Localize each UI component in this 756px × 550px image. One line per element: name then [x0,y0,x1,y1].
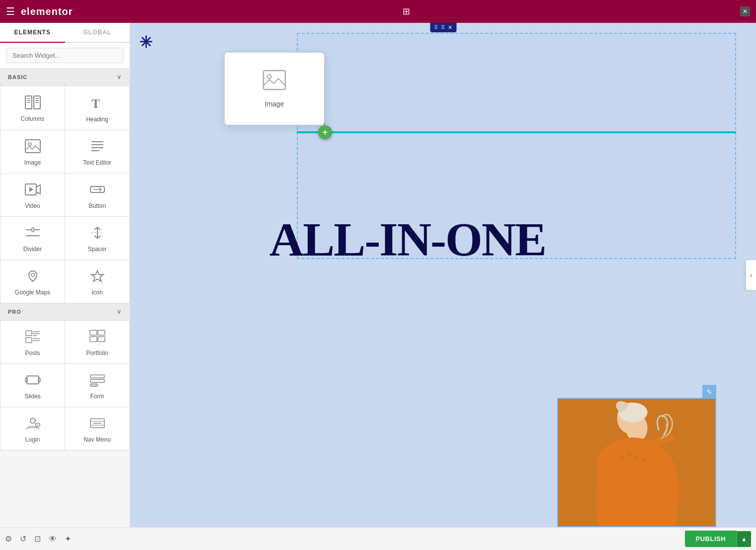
widget-icon[interactable]: Icon [65,260,129,303]
widget-video[interactable]: Video [0,174,65,216]
posts-icon [25,330,41,346]
widget-slides[interactable]: Slides [0,364,65,407]
drag-move-icon: ⠿ [441,24,445,31]
widget-portfolio[interactable]: Portfolio [65,321,129,364]
svg-rect-37 [98,337,105,342]
svg-rect-20 [32,228,34,232]
image-widget-label: Image [265,100,284,108]
svg-rect-34 [90,330,97,335]
widget-posts[interactable]: Posts [0,321,65,364]
svg-rect-38 [27,376,39,384]
widget-form-label: Form [90,393,104,400]
main-layout: ELEMENTS GLOBAL BASIC ∨ [0,23,756,527]
widget-image[interactable]: Image [0,130,65,173]
preview-icon[interactable]: 👁 [49,535,57,544]
widget-button[interactable]: Button [65,174,129,216]
svg-rect-27 [26,331,32,336]
image-icon [25,139,41,155]
chevron-down-icon-pro: ∨ [117,308,122,315]
hamburger-icon[interactable]: ☰ [6,5,15,17]
svg-marker-26 [91,271,103,281]
chevron-left-icon: ‹ [750,271,753,279]
widget-posts-label: Posts [25,350,40,357]
divider-icon [25,226,41,242]
left-panel: ELEMENTS GLOBAL BASIC ∨ [0,23,130,527]
responsive-icon[interactable]: ⊡ [34,534,41,544]
columns-icon [25,95,41,111]
widget-icon-label: Icon [91,289,103,296]
drag-close-icon[interactable]: ✕ [448,24,452,31]
save-options-icon[interactable]: ✦ [65,534,71,544]
svg-marker-16 [29,187,33,192]
svg-point-57 [620,456,623,459]
widget-columns[interactable]: Columns [0,86,65,130]
product-image [557,398,716,527]
image-edit-badge[interactable]: ✎ [702,385,716,399]
apps-icon[interactable]: ⊞ [403,6,410,17]
widget-nav-menu-label: Nav Menu [84,436,111,443]
image-drag-widget: Image [225,53,324,125]
svg-rect-51 [263,71,285,90]
widget-divider[interactable]: Divider [0,217,65,260]
search-bar [0,43,130,69]
svg-rect-35 [98,330,105,335]
svg-rect-9 [25,140,40,153]
basic-widgets-grid: Columns T Heading Image [0,86,130,303]
svg-point-58 [628,453,631,457]
panel-tabs: ELEMENTS GLOBAL [0,23,130,43]
publish-button[interactable]: PUBLISH [685,531,737,547]
svg-point-25 [31,274,34,276]
tab-global[interactable]: GLOBAL [65,23,130,42]
svg-point-10 [28,143,31,146]
nav-menu-icon [89,416,105,432]
bottom-bar: ⚙ ↺ ⊡ 👁 ✦ PUBLISH ▲ [0,527,756,550]
widget-login[interactable]: Login [0,407,65,450]
section-pro-header[interactable]: PRO ∨ [0,303,130,320]
widget-google-maps-label: Google Maps [15,289,50,296]
widget-login-label: Login [25,436,40,443]
elementor-logo: elementor [21,6,73,17]
svg-point-60 [643,458,646,462]
asterisk-decoration: ✳ [139,33,153,52]
chevron-down-icon: ∨ [117,74,122,81]
publish-arrow-button[interactable]: ▲ [737,531,751,547]
widget-text-editor-label: Text Editor [83,159,111,166]
svg-rect-36 [90,337,97,342]
svg-rect-41 [90,375,104,378]
widget-heading[interactable]: T Heading [65,86,129,130]
widget-form[interactable]: Form [65,364,129,407]
history-icon[interactable]: ↺ [20,534,26,544]
spacer-icon [89,226,105,242]
search-input[interactable] [6,48,124,63]
login-icon [25,416,41,432]
widget-text-editor[interactable]: Text Editor [65,130,129,173]
section-pro-label: PRO [8,309,21,315]
slides-icon [25,373,41,389]
widget-spacer-label: Spacer [87,246,106,253]
widget-image-label: Image [24,159,41,166]
svg-point-46 [37,424,38,425]
add-element-button[interactable]: + [318,125,332,139]
section-basic-label: BASIC [8,74,27,80]
window-close-icon[interactable]: ✕ [740,6,750,16]
button-icon [89,183,105,198]
canvas-area: ✳ ⠿ ⠿ ✕ Image + ALL-IN-ONE [130,23,756,527]
portfolio-icon [89,330,105,346]
heading-icon: T [90,95,105,112]
text-editor-icon [89,139,105,155]
section-basic-header[interactable]: BASIC ∨ [0,69,130,86]
widget-nav-menu[interactable]: Nav Menu [65,407,129,450]
svg-text:T: T [91,96,100,110]
widget-google-maps[interactable]: Google Maps [0,260,65,303]
widget-spacer[interactable]: Spacer [65,217,129,260]
settings-icon[interactable]: ⚙ [5,534,12,544]
drag-tooltip: ⠿ ⠿ ✕ [430,23,456,32]
panel-collapse-handle[interactable]: ‹ [746,260,756,290]
tab-elements[interactable]: ELEMENTS [0,23,65,43]
widget-video-label: Video [25,202,40,209]
google-maps-icon [25,269,41,285]
widget-slides-label: Slides [24,393,41,400]
widget-button-label: Button [88,202,106,209]
pencil-icon: ✎ [706,388,712,396]
svg-point-52 [267,75,271,79]
